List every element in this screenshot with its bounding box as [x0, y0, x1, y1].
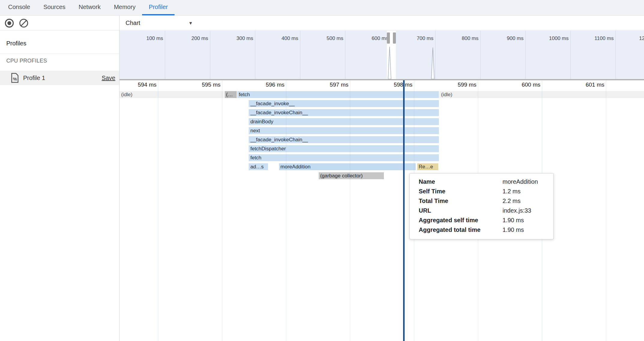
flame-bar-facade-invoke[interactable]: __facade_invoke__	[249, 100, 439, 107]
flame-bar-re-e[interactable]: Re…e	[417, 163, 438, 170]
ruler-time-label: 595 ms	[190, 81, 220, 88]
tooltip-row-value: 1.90 ms	[503, 217, 524, 224]
grid-line	[606, 80, 606, 341]
tooltip-row-label: URL	[419, 207, 431, 214]
sidebar-divider	[0, 54, 119, 54]
sidebar-item-profile-1[interactable]: % Profile 1 Save	[0, 71, 119, 85]
flame-bar-facade-invokechain[interactable]: __facade_invokeChain__	[249, 109, 439, 116]
save-profile-link[interactable]: Save	[102, 75, 115, 81]
overview-grid-line	[570, 31, 571, 79]
tab-console[interactable]: Console	[2, 0, 37, 15]
grid-line	[222, 80, 222, 341]
ruler-time-label: 594 ms	[126, 81, 156, 88]
tooltip-row-label: Name	[419, 178, 435, 185]
overview-grid-line	[300, 31, 300, 79]
tooltip-row-label: Total Time	[419, 198, 448, 204]
overview-ruler-label: 300 ms	[226, 35, 253, 41]
overview-grid-line	[525, 31, 526, 79]
flame-bar-facade-invokechain[interactable]: __facade_invokeChain__	[249, 136, 439, 143]
overview-ruler-label: 600 ms	[361, 35, 388, 41]
flame-bar-drainbody[interactable]: drainBody	[249, 118, 439, 125]
ruler-time-label: 599 ms	[446, 81, 476, 88]
overview-ruler-label: 1000 ms	[542, 35, 569, 41]
overview-timeline[interactable]: 100 ms200 ms300 ms400 ms500 ms600 ms700 …	[120, 31, 644, 79]
ruler-time-label: 601 ms	[574, 81, 604, 88]
profile-document-icon: %	[11, 73, 19, 83]
flame-bar-idle[interactable]: (idle)	[439, 91, 644, 98]
grid-line	[158, 80, 158, 341]
clear-slash-icon	[19, 18, 29, 28]
overview-grid-line	[435, 31, 436, 79]
panel-divider[interactable]	[119, 16, 120, 341]
selection-handle-left[interactable]	[387, 32, 390, 44]
overview-ruler-label: 800 ms	[451, 35, 478, 41]
overview-grid-line	[165, 31, 165, 79]
overview-ruler-label: 500 ms	[316, 35, 343, 41]
ruler-time-label: 597 ms	[318, 81, 348, 88]
chevron-down-icon: ▼	[188, 20, 193, 26]
tooltip-row: Aggregated self time1.90 ms	[410, 216, 553, 226]
overview-ruler-label: 1100 ms	[587, 35, 614, 41]
tab-network[interactable]: Network	[72, 0, 107, 15]
tooltip-row-label: Self Time	[419, 188, 445, 195]
flame-bar-idle[interactable]: (idle)	[120, 91, 224, 98]
flame-bar-fetch[interactable]: fetch	[249, 154, 439, 161]
devtools-profiler-panel: ConsoleSourcesNetworkMemoryProfiler Char…	[0, 0, 644, 341]
tooltip-row-label: Aggregated self time	[419, 217, 478, 224]
tooltip-row-value: 2.2 ms	[503, 198, 521, 204]
overview-ruler-label: 400 ms	[271, 35, 298, 41]
overview-grid-line	[615, 31, 616, 79]
overview-ruler-label: 100 ms	[136, 35, 163, 41]
overview-grid-line	[480, 31, 481, 79]
clear-button[interactable]	[19, 18, 29, 28]
ruler-time-label: 596 ms	[254, 81, 284, 88]
tooltip-row: URLindex.js:33	[410, 207, 553, 216]
flame-bar-fetchdispatcher[interactable]: fetchDispatcher	[249, 145, 439, 152]
profiles-heading: Profiles	[6, 40, 26, 47]
overview-ruler-label: 900 ms	[497, 35, 524, 41]
cpu-activity-spike	[388, 47, 391, 79]
overview-ruler-label: 700 ms	[406, 35, 433, 41]
profiler-toolbar: Chart ▼	[0, 16, 644, 30]
tooltip-row: Self Time1.2 ms	[410, 187, 553, 197]
devtools-tab-bar: ConsoleSourcesNetworkMemoryProfiler	[0, 0, 644, 16]
tooltip-row: Aggregated total time1.90 ms	[410, 226, 553, 235]
overview-grid-line	[255, 31, 255, 79]
record-circle-icon	[4, 18, 14, 28]
ruler-time-label: 600 ms	[510, 81, 540, 88]
chart-view-select[interactable]: Chart ▼	[126, 16, 193, 30]
overview-grid-line	[210, 31, 210, 79]
detail-time-ruler: 594 ms595 ms596 ms597 ms598 ms599 ms600 …	[120, 80, 644, 90]
selection-handle-right[interactable]	[393, 32, 396, 44]
chart-view-select-value: Chart	[126, 20, 140, 26]
frame-tooltip: NamemoreAdditionSelf Time1.2 msTotal Tim…	[409, 173, 554, 239]
cpu-activity-spike	[431, 48, 435, 79]
tooltip-row-value: 1.2 ms	[503, 188, 521, 195]
tab-profiler[interactable]: Profiler	[142, 0, 174, 15]
tooltip-row: Total Time2.2 ms	[410, 197, 553, 207]
flame-bar-[interactable]: (…	[225, 91, 237, 98]
record-button[interactable]	[4, 18, 14, 28]
tooltip-row: NamemoreAddition	[410, 178, 553, 187]
overview-grid-line	[345, 31, 345, 79]
ruler-time-label: 598 ms	[382, 81, 412, 88]
tooltip-row-value: index.js:33	[503, 207, 531, 214]
overview-ruler-label: 200 ms	[181, 35, 208, 41]
overview-ruler-label: 1200 ms	[632, 35, 644, 41]
svg-text:%: %	[13, 76, 17, 81]
flame-bar-next[interactable]: next	[249, 127, 439, 134]
tooltip-row-label: Aggregated total time	[419, 226, 481, 233]
profile-name: Profile 1	[23, 75, 45, 81]
tooltip-row-value: moreAddition	[503, 178, 538, 185]
tooltip-row-value: 1.90 ms	[503, 226, 524, 233]
playhead-marker	[403, 80, 405, 341]
tab-sources[interactable]: Sources	[37, 0, 72, 15]
flame-bar-moreaddition[interactable]: moreAddition	[279, 163, 416, 170]
flame-bar-fetch[interactable]: fetch	[237, 91, 439, 98]
flame-bar-garbage-collector[interactable]: (garbage collector)	[319, 172, 384, 179]
tab-memory[interactable]: Memory	[107, 0, 142, 15]
flame-bar-ad-s[interactable]: ad…s	[249, 163, 268, 170]
cpu-profiles-section-label: CPU PROFILES	[6, 58, 47, 64]
